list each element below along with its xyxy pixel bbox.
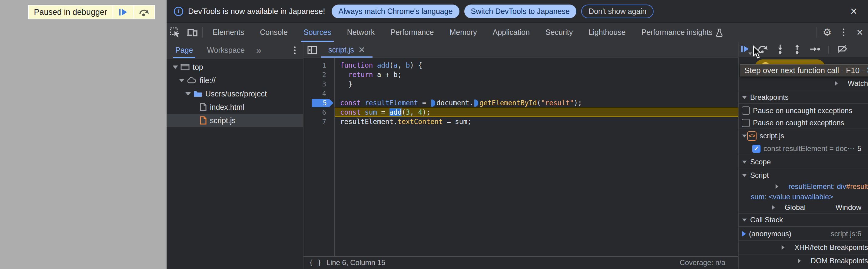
dont-show-again-button[interactable]: Don't show again [581,4,654,18]
caret-right-icon[interactable] [776,184,778,189]
caret-right-icon[interactable] [772,205,774,210]
sidebar-row-dom-breakpoints[interactable]: DOM Breakpoints [739,254,868,267]
gutter-line-3[interactable]: 3 [304,79,334,89]
tree-caret-icon[interactable] [179,79,184,82]
code-token: function [340,61,377,69]
sidebar-row-scope[interactable]: Scope [739,155,868,169]
sidebar-row--anonymous-[interactable]: (anonymous)script.js:6 [739,226,868,241]
code-line-4[interactable] [335,89,738,98]
settings-gear-icon[interactable]: ⚙ [819,23,835,42]
more-tabs-icon[interactable]: » [256,45,261,55]
close-devtools-icon[interactable]: × [851,23,868,42]
tab-application[interactable]: Application [485,23,537,42]
tab-sources[interactable]: Sources [296,23,339,42]
sidebar-row-pause-on-caught-exceptions[interactable]: Pause on caught exceptions [739,117,868,129]
sidebar-row-call-stack[interactable]: Call Stack [739,213,868,226]
mouse-cursor [753,46,763,59]
always-match-language-button[interactable]: Always match Chrome's language [332,4,459,18]
code-editor[interactable]: 1234567 function add(a, b) { return a + … [304,58,738,256]
gutter-line-6[interactable]: 6 [304,108,334,117]
code-token: ) { [410,61,422,69]
tab-page[interactable]: Page [173,42,195,58]
code-line-5[interactable]: const resultElement = document.getElemen… [335,98,738,108]
tab-security[interactable]: Security [537,23,581,42]
tree-item-top[interactable]: top [166,60,303,74]
breakpoint-marker[interactable]: 5 [312,99,334,107]
tab-lighthouse[interactable]: Lighthouse [581,23,633,42]
sidebar-row-watch[interactable]: Watch [739,76,868,91]
caret-down-icon[interactable] [742,96,747,99]
code-line-3[interactable]: } [335,79,738,89]
active-frame-icon [742,231,746,237]
code-line-6[interactable]: const sum = add(3, 4); [335,108,738,117]
sidebar-row-const-resultelement-doc-[interactable]: ✓const resultElement = doc⋯5 [739,142,868,155]
sidebar-row-sum[interactable]: sum: <value unavailable> [739,192,868,202]
device-toolbar-button[interactable] [184,23,200,42]
gutter-line-1[interactable]: 1 [304,61,334,70]
code-line-2[interactable]: return a + b; [335,70,738,79]
tree-item-file-[interactable]: file:// [166,74,303,87]
step-into-button[interactable] [776,44,785,55]
sidebar-row-global[interactable]: GlobalWindow [739,202,868,213]
caret-down-icon[interactable] [742,160,747,163]
step-button[interactable] [810,45,820,54]
tab-elements[interactable]: Elements [205,23,252,42]
checkbox-checked[interactable]: ✓ [752,145,761,153]
editor-lines[interactable]: function add(a, b) { return a + b; }cons… [335,58,738,256]
checkbox-unchecked[interactable] [742,106,750,115]
pretty-print-icon[interactable]: { } [309,259,322,267]
resume-script-button[interactable] [112,5,133,19]
sidebar-row-resultelement[interactable]: resultElement: div#result [739,181,868,192]
tree-caret-icon[interactable] [185,92,191,96]
code-line-7[interactable]: resultElement.textContent = sum; [335,117,738,127]
caret-right-icon[interactable] [798,259,801,263]
tree-item-users-user-project[interactable]: Users/user/project [166,87,303,100]
notification-close-icon[interactable]: × [847,5,861,17]
switch-to-japanese-button[interactable]: Switch DevTools to Japanese [464,4,577,18]
code-line-1[interactable]: function add(a, b) { [335,61,738,70]
code-token: = sum; [443,118,471,126]
step-out-button[interactable] [793,44,802,55]
hide-navigator-button[interactable] [304,42,321,58]
caret-down-icon[interactable] [742,134,747,137]
tree-caret-icon[interactable] [173,65,178,69]
tab-memory[interactable]: Memory [441,23,485,42]
navigator-kebab-icon[interactable] [291,46,299,54]
more-options-kebab-icon[interactable] [835,23,851,42]
editor-gutter[interactable]: 1234567 [304,58,335,256]
sidebar-row-pause-on-uncaught-exceptions[interactable]: Pause on uncaught exceptions [739,103,868,117]
tree-item-script-js[interactable]: script.js [166,114,303,127]
sidebar-row-label: (anonymous) [749,230,792,238]
code-token: a + b; [377,71,402,79]
sidebar-row-script-js[interactable]: < >script.js [739,129,868,142]
tab-performance[interactable]: Performance [382,23,441,42]
gutter-line-5[interactable]: 5 [304,98,334,108]
sidebar-row-breakpoints[interactable]: Breakpoints [739,91,868,103]
tab-label: Console [260,28,288,37]
tab-network[interactable]: Network [339,23,383,42]
caret-right-icon[interactable] [835,81,838,85]
caret-down-icon[interactable] [742,218,747,221]
tab-performance-insights[interactable]: Performance insights [633,23,731,42]
resume-button[interactable] [741,45,750,55]
sidebar-row-right-text: 5 [858,144,861,153]
checkbox-unchecked[interactable] [742,119,750,127]
inspect-element-button[interactable] [166,23,184,42]
file-tab-close-icon[interactable]: ✕ [358,45,365,55]
caret-down-icon[interactable] [742,174,747,177]
tab-workspace[interactable]: Workspace [205,42,247,58]
caret-right-icon[interactable] [782,245,784,249]
deactivate-breakpoints-icon [837,45,848,54]
notification-text: DevTools is now available in Japanese! [188,7,325,16]
step-over-button-page[interactable] [133,5,154,19]
gutter-line-4[interactable]: 4 [304,89,334,98]
tab-console[interactable]: Console [252,23,296,42]
file-tab-scriptjs[interactable]: script.js ✕ [321,42,373,58]
deactivate-breakpoints-button[interactable] [837,45,848,55]
gutter-line-2[interactable]: 2 [304,70,334,79]
gutter-line-7[interactable]: 7 [304,117,334,127]
sidebar-row-xhr-fetch-breakpoints[interactable]: XHR/fetch Breakpoints [739,241,868,254]
sidebar-row-script[interactable]: Script [739,169,868,181]
sidebar-row-label: Script [750,171,769,180]
tree-item-index-html[interactable]: index.html [166,100,303,114]
